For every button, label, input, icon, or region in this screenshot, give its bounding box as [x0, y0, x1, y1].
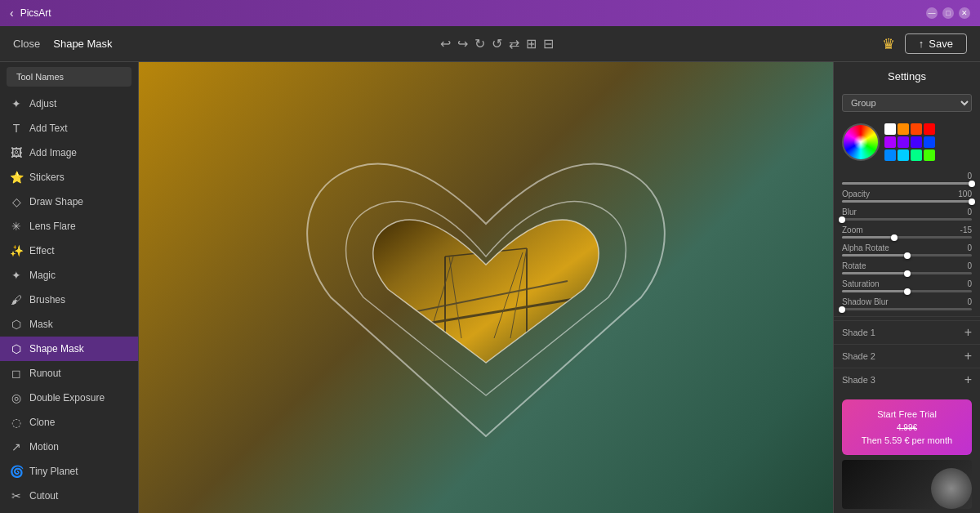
color-swatch[interactable]: [898, 149, 909, 161]
rotate-cw-icon[interactable]: ↻: [474, 36, 485, 51]
slider-value: 0: [967, 279, 972, 288]
sidebar-item-lens-flare[interactable]: ✳ Lens Flare: [0, 214, 138, 239]
sidebar-item-motion[interactable]: ↗ Motion: [0, 435, 138, 459]
color-swatch[interactable]: [911, 123, 922, 135]
sidebar-item-brushes[interactable]: 🖌 Brushes: [0, 288, 138, 312]
minimize-button[interactable]: —: [926, 7, 938, 19]
sidebar-item-magic[interactable]: ✦ Magic: [0, 263, 138, 288]
tool-names-label: Tool Names: [16, 72, 64, 82]
sidebar-item-tiny-planet[interactable]: 🌀 Tiny Planet: [0, 459, 138, 484]
slider-label-row: Zoom -15: [842, 225, 972, 234]
trial-button[interactable]: Start Free Trial 4.99€ Then 5.59 € per m…: [842, 399, 972, 455]
preview-avatar: [931, 468, 972, 509]
slider-track[interactable]: [842, 254, 972, 256]
tool-label: Mask: [29, 319, 53, 330]
slider-value: 100: [958, 190, 972, 199]
slider-track[interactable]: [842, 236, 972, 239]
group-select[interactable]: Group: [842, 94, 972, 112]
slider-value: 0: [967, 297, 972, 306]
redo-icon[interactable]: ↪: [457, 36, 468, 51]
group-selector-row: Group: [834, 91, 980, 115]
tool-icon: ⬡: [10, 342, 23, 355]
slider-thumb[interactable]: [891, 234, 898, 241]
shade-plus-button[interactable]: +: [964, 325, 972, 340]
slider-label-row: 0: [842, 172, 972, 181]
tool-label: Add Text: [29, 123, 67, 134]
trial-old-price: 4.99€: [849, 422, 965, 434]
slider-thumb[interactable]: [839, 306, 845, 313]
trial-label: Start Free Trial: [849, 408, 965, 422]
close-tool-button[interactable]: Close: [13, 38, 40, 50]
slider-thumb[interactable]: [904, 252, 911, 259]
content-area: Tool Names ✦ Adjust T Add Text 🖼 Add Ima…: [0, 62, 980, 513]
sidebar-item-mask[interactable]: ⬡ Mask: [0, 312, 138, 337]
slider-thumb[interactable]: [904, 288, 911, 295]
slider-track[interactable]: [842, 272, 972, 274]
color-swatch[interactable]: [898, 136, 909, 148]
sidebar-item-crop[interactable]: ◻ Crop: [0, 508, 138, 513]
tool-label: Tiny Planet: [29, 466, 78, 477]
color-wheel[interactable]: [842, 123, 880, 161]
maximize-button[interactable]: □: [942, 7, 954, 19]
tool-icon: ✂: [10, 489, 23, 502]
color-swatch[interactable]: [911, 136, 922, 148]
sidebar-item-add-image[interactable]: 🖼 Add Image: [0, 141, 138, 165]
color-swatch[interactable]: [924, 136, 935, 148]
slider-value: 0: [967, 261, 972, 270]
sidebar-item-adjust[interactable]: ✦ Adjust: [0, 91, 138, 116]
color-swatch[interactable]: [884, 136, 896, 148]
color-swatch[interactable]: [898, 123, 909, 135]
heart-mask-svg: [282, 134, 690, 477]
tool-label: Draw Shape: [29, 196, 83, 207]
color-swatch[interactable]: [911, 149, 922, 161]
canvas-area: ●■◆⬟★▱⬡✖▲♦♥: [139, 62, 833, 513]
sidebar-item-add-text[interactable]: T Add Text: [0, 116, 138, 141]
back-arrow-icon[interactable]: ‹: [10, 7, 14, 20]
tool-list: ✦ Adjust T Add Text 🖼 Add Image ⭐ Sticke…: [0, 91, 138, 513]
tool-label: Shape Mask: [29, 343, 84, 355]
tool-label: Double Exposure: [29, 392, 105, 404]
color-swatch[interactable]: [884, 123, 896, 135]
sidebar-item-shape-mask[interactable]: ⬡ Shape Mask: [0, 337, 138, 361]
sidebar-item-runout[interactable]: ◻ Runout: [0, 361, 138, 386]
sidebar-item-effect[interactable]: ✨ Effect: [0, 239, 138, 263]
sidebar-item-stickers[interactable]: ⭐ Stickers: [0, 165, 138, 190]
settings3-icon[interactable]: ⊟: [543, 36, 554, 51]
shade-plus-button[interactable]: +: [964, 349, 972, 364]
color-swatch[interactable]: [924, 149, 935, 161]
tool-label: Clone: [29, 417, 55, 428]
slider-track[interactable]: [842, 290, 972, 292]
trial-new-price: Then 5.59 € per month: [849, 434, 965, 448]
slider-thumb[interactable]: [969, 199, 975, 205]
tool-names-button[interactable]: Tool Names: [7, 67, 131, 87]
slider-label: Zoom: [842, 225, 863, 234]
slider-thumb[interactable]: [969, 181, 975, 187]
shade-plus-button[interactable]: +: [964, 372, 972, 387]
slider-label: Rotate: [842, 261, 866, 270]
sidebar-item-clone[interactable]: ◌ Clone: [0, 410, 138, 435]
sidebar-item-double-exposure[interactable]: ◎ Double Exposure: [0, 386, 138, 410]
tool-icon: ◌: [10, 416, 23, 429]
color-swatch[interactable]: [884, 149, 896, 161]
slider-track[interactable]: [842, 182, 972, 185]
titlebar-left: ‹ PicsArt: [10, 7, 51, 20]
slider-track[interactable]: [842, 200, 972, 203]
close-button[interactable]: ✕: [959, 7, 970, 19]
save-button[interactable]: ↑ Save: [905, 33, 967, 54]
sidebar-item-draw-shape[interactable]: ◇ Draw Shape: [0, 190, 138, 214]
tool-label: Motion: [29, 441, 59, 453]
slider-track[interactable]: [842, 218, 972, 221]
color-swatch[interactable]: [924, 123, 935, 135]
rotate-ccw-icon[interactable]: ↺: [492, 36, 502, 51]
flip-icon[interactable]: ⇄: [509, 36, 519, 51]
slider-thumb[interactable]: [904, 270, 911, 277]
slider-value: 0: [967, 207, 972, 216]
slider-track[interactable]: [842, 308, 972, 310]
slider-thumb[interactable]: [839, 216, 845, 223]
settings2-icon[interactable]: ⊞: [526, 36, 537, 51]
sliders-container: 0 Opacity 100 Blur 0 Zoom -15: [834, 169, 980, 313]
tool-label: Brushes: [29, 294, 65, 306]
sidebar-item-cutout[interactable]: ✂ Cutout: [0, 484, 138, 508]
slider-label: Blur: [842, 207, 857, 216]
undo-icon[interactable]: ↩: [440, 36, 451, 51]
